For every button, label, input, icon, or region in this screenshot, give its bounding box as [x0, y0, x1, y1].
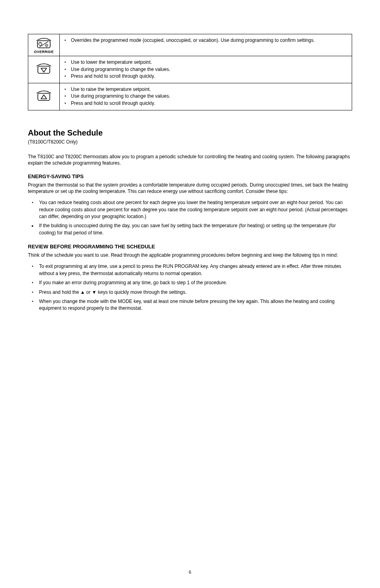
svg-line-10	[45, 46, 46, 47]
svg-rect-13	[38, 93, 50, 100]
svg-line-11	[47, 44, 48, 45]
list-item: If you make an error during programming …	[28, 279, 352, 286]
energy-heading: ENERGY-SAVING TIPS	[28, 173, 352, 179]
intro-paragraph: The T8100C and T8200C thermostats allow …	[28, 153, 352, 166]
bullet-list: Use to raise the temperature setpoint. U…	[64, 87, 348, 107]
review-heading: REVIEW BEFORE PROGRAMMING THE SCHEDULE	[28, 244, 352, 250]
page-number: 6	[0, 570, 380, 574]
desc-cell: Use to raise the temperature setpoint. U…	[60, 83, 352, 110]
svg-point-2	[40, 43, 41, 43]
up-arrow-icon	[35, 89, 53, 104]
table-row: OVERRIDE Overrides the programmed mode (…	[28, 34, 352, 56]
review-intro-paragraph: Think of the schedule you want to use. R…	[28, 252, 352, 258]
list-item: You can reduce heating costs about one p…	[28, 199, 352, 220]
bullet-item: Use during programming to change the val…	[64, 67, 348, 73]
desc-cell: Overrides the programmed mode (occupied,…	[60, 34, 352, 56]
bullet-item: Overrides the programmed mode (occupied,…	[64, 37, 348, 44]
buttons-table: OVERRIDE Overrides the programmed mode (…	[28, 34, 352, 110]
document-page: { "table": { "rows": [ { "icon": "overri…	[0, 0, 380, 588]
desc-cell: Use to lower the temperature setpoint. U…	[60, 56, 352, 83]
icon-cell-up	[28, 83, 60, 110]
list-item: When you change the mode with the MODE k…	[28, 298, 352, 312]
list-item: To exit programming at any time, use a p…	[28, 263, 352, 277]
svg-line-9	[47, 46, 48, 47]
section-heading: About the Schedule	[28, 128, 352, 138]
bullet-item: Use during programming to change the val…	[64, 93, 348, 100]
bullet-item: Use to lower the temperature setpoint.	[64, 59, 348, 66]
bullet-list: Use to lower the temperature setpoint. U…	[64, 59, 348, 80]
bullet-list: Overrides the programmed mode (occupied,…	[64, 37, 348, 44]
list-item: If the building is unoccupied during the…	[28, 222, 352, 236]
bullet-item: Press and hold to scroll through quickly…	[64, 73, 348, 80]
down-arrow-icon	[35, 62, 53, 77]
energy-intro-paragraph: Program the thermostat so that the syste…	[28, 182, 352, 195]
list-item: Press and hold the ▲ or ▼ keys to quickl…	[28, 289, 352, 296]
bullet-item: Press and hold to scroll through quickly…	[64, 100, 348, 107]
energy-tips-list: You can reduce heating costs about one p…	[28, 199, 352, 236]
review-tips-list: To exit programming at any time, use a p…	[28, 263, 352, 312]
table-row: Use to raise the temperature setpoint. U…	[28, 83, 352, 110]
svg-line-8	[45, 44, 46, 45]
svg-point-3	[46, 45, 47, 46]
section-subheading: (T8100C/T8200C Only)	[28, 139, 352, 145]
override-icon: OVERRIDE	[34, 36, 53, 54]
bullet-item: Use to raise the temperature setpoint.	[64, 87, 348, 93]
schedule-section: About the Schedule (T8100C/T8200C Only) …	[28, 128, 352, 312]
icon-cell-down	[28, 56, 60, 83]
table-row: Use to lower the temperature setpoint. U…	[28, 56, 352, 83]
icon-cell-override: OVERRIDE	[28, 34, 60, 56]
override-icon-label: OVERRIDE	[34, 50, 53, 54]
